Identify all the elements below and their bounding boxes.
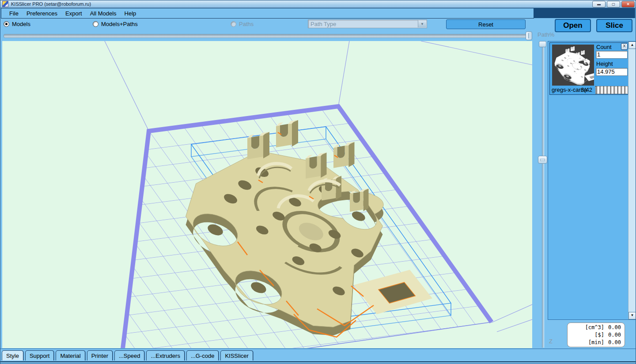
- menu-all-models[interactable]: All Models: [90, 10, 117, 17]
- stat-cost-unit: [$]: [594, 331, 604, 339]
- maximize-button[interactable]: ▢: [607, 1, 620, 8]
- path-percent-slider-track[interactable]: [4, 34, 529, 38]
- tab-style[interactable]: Style: [2, 350, 23, 360]
- viewport-3d[interactable]: [2, 41, 532, 348]
- menu-bar: File Preferences Export All Models Help: [1, 8, 534, 19]
- radio-paths-dot: [231, 21, 236, 27]
- model-name-overlay: 3(42: [581, 86, 592, 93]
- radio-paths: Paths: [231, 21, 254, 27]
- panel-scrollbar[interactable]: ▲ ▼: [628, 41, 636, 319]
- menu-file[interactable]: File: [9, 10, 19, 17]
- stat-time: [min] 0.00: [568, 339, 621, 346]
- reset-button[interactable]: Reset: [446, 19, 526, 29]
- stat-volume: [cm^3] 0.00: [568, 324, 621, 331]
- maximize-icon: ▢: [612, 3, 615, 6]
- radio-models-paths-dot[interactable]: [93, 21, 98, 27]
- app-icon: [2, 1, 8, 7]
- tab-printer[interactable]: Printer: [87, 350, 113, 360]
- path-type-value: Path Type: [310, 21, 336, 27]
- scroll-down-icon: ▼: [631, 313, 634, 317]
- path-type-dropdown: Path Type ▼: [308, 19, 427, 28]
- model-thumbnail[interactable]: [552, 45, 594, 86]
- estimate-stats-box: [cm^3] 0.00 [$] 0.00 [min] 0.00: [567, 323, 625, 347]
- vertical-slider-handle[interactable]: [538, 156, 547, 164]
- count-label: Count: [596, 44, 612, 50]
- tab-support[interactable]: Support: [25, 350, 54, 360]
- tab-kisslicer[interactable]: KISSlicer: [220, 350, 253, 360]
- radio-models-paths-label: Models+Paths: [101, 21, 138, 27]
- vertical-slider[interactable]: [538, 41, 547, 348]
- vertical-slider-track[interactable]: [542, 41, 544, 348]
- minimize-button[interactable]: ▬: [592, 1, 606, 8]
- stat-cost: [$] 0.00: [568, 331, 621, 339]
- scroll-down-button[interactable]: ▼: [628, 312, 636, 319]
- stat-volume-unit: [cm^3]: [585, 324, 604, 331]
- top-right-panel-strip: [534, 8, 635, 18]
- open-button-label: Open: [563, 21, 582, 30]
- scroll-up-icon: ▲: [631, 43, 634, 47]
- radio-models-dot[interactable]: [4, 21, 9, 27]
- model-close-button[interactable]: X: [621, 43, 628, 50]
- menu-preferences[interactable]: Preferences: [26, 10, 57, 17]
- model-texture-bar[interactable]: [595, 86, 628, 94]
- radio-models[interactable]: Models: [4, 21, 30, 27]
- tab-material[interactable]: Material: [56, 350, 85, 360]
- z-axis-label: Z: [549, 338, 553, 345]
- path-percent-label: Path%: [538, 31, 554, 38]
- stat-cost-value: 0.00: [604, 331, 621, 339]
- slice-button-label: Slice: [606, 21, 623, 30]
- open-button[interactable]: Open: [555, 19, 591, 32]
- tab-speed[interactable]: ...Speed: [114, 350, 144, 360]
- path-percent-slider-handle[interactable]: [526, 31, 532, 40]
- radio-paths-label: Paths: [239, 21, 254, 27]
- close-button[interactable]: ✕: [621, 1, 635, 8]
- stat-time-unit: [min]: [588, 339, 604, 346]
- radio-models-label: Models: [12, 21, 30, 27]
- slice-button[interactable]: Slice: [596, 19, 632, 32]
- stat-time-value: 0.00: [604, 339, 621, 346]
- model-card[interactable]: X Count 1 Height 14.975 gregs-x-carria 3…: [549, 42, 629, 95]
- close-icon: ✕: [627, 3, 630, 6]
- scroll-up-button[interactable]: ▲: [628, 41, 636, 49]
- menu-export[interactable]: Export: [65, 10, 82, 17]
- height-label: Height: [596, 60, 613, 67]
- stat-volume-value: 0.00: [604, 324, 621, 331]
- radio-models-paths[interactable]: Models+Paths: [93, 21, 138, 27]
- minimize-icon: ▬: [597, 3, 601, 6]
- models-panel: X Count 1 Height 14.975 gregs-x-carria 3…: [548, 41, 636, 320]
- model-name: gregs-x-carria 3(42: [552, 86, 596, 93]
- vertical-slider-cap: [539, 41, 546, 47]
- tab-gcode[interactable]: ...G-code: [186, 350, 219, 360]
- title-bar: KISSlicer PRO (setar@roboforum.ru) ▬ ▢ ✕: [0, 0, 636, 8]
- menu-help[interactable]: Help: [125, 10, 136, 17]
- tab-extruders[interactable]: ...Extruders: [146, 350, 184, 360]
- reset-button-label: Reset: [478, 21, 493, 28]
- height-input[interactable]: 14.975: [596, 68, 628, 76]
- tab-bar-underline: [0, 361, 636, 362]
- count-input[interactable]: 1: [596, 51, 628, 59]
- chevron-down-icon: ▼: [418, 20, 426, 27]
- window-title: KISSlicer PRO (setar@roboforum.ru): [11, 1, 91, 7]
- settings-tab-bar: Style Support Material Printer ...Speed …: [0, 349, 636, 364]
